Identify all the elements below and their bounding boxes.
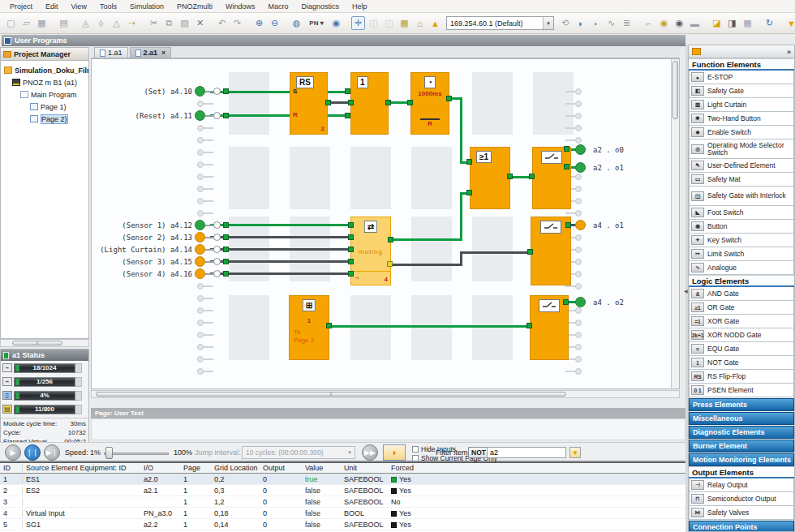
menu-tools[interactable]: Tools [93,2,123,11]
input-terminal[interactable] [195,256,205,267]
chevron-down-icon[interactable]: ▾ [543,17,553,29]
group-header-function-elements[interactable]: Function Elements [689,58,794,71]
group-header-logic-elements[interactable]: Logic Elements [689,275,794,287]
copy-icon[interactable]: ⧉ [162,16,176,30]
undo-icon[interactable]: ↶ [215,16,229,30]
table-row[interactable]: 1ES1a2.010,20trueSAFEBOOLYes [0,474,685,485]
table-row[interactable]: 4Virtual InputPN_a3.010,180falseBOOLYes [0,508,685,519]
cut-icon[interactable]: ✂ [147,16,161,30]
palette-item-safety-gate[interactable]: ◧Safety Gate [689,84,794,98]
stop-icon[interactable]: ▪ [589,16,603,30]
speed-slider-thumb[interactable] [105,447,113,459]
column-header-grid-location[interactable]: Grid Location [211,464,260,472]
palette-item-user-defined-element[interactable]: ✎User-Defined Element [689,159,794,173]
palette-item-estop[interactable]: ●E-STOP [689,71,794,84]
menu-pnozmulti[interactable]: PNOZmulti [170,2,219,11]
check-project-icon[interactable]: ◬ [79,16,92,30]
muting-block[interactable]: ⇄ muting ⌐ 4 [350,217,391,285]
tree-item-main-program[interactable]: Main Program [2,88,88,101]
step-button[interactable]: ▶❘ [44,444,60,461]
new-icon[interactable]: ▢ [4,16,18,30]
or-gate-block[interactable]: ≥1 [470,147,510,209]
diag-icon-1[interactable]: ◉ [657,16,671,30]
group-header-burner-element[interactable]: Burner Element [689,440,794,453]
palette-item-rs-flip-flop[interactable]: RSRS Flip-Flop [689,370,794,384]
save-icon[interactable]: ▦ [35,16,49,30]
to-page-2-block[interactable]: ⊞ 1 ToPage 2 [289,295,329,360]
zoom-in-icon[interactable]: ⊕ [252,16,266,30]
paste-icon[interactable]: ▨ [178,16,191,30]
palette-item-xor-nodd-gate[interactable]: 2k+1XOR NODD Gate [689,328,794,342]
crosshair-icon[interactable]: ✛ [351,16,365,30]
tab-page-1a1[interactable]: 1.a1 [94,47,128,58]
output-block-a4o2[interactable] [530,295,569,360]
signal-icon[interactable]: ∿ [604,16,618,30]
ghost-icon-1[interactable]: ◫ [367,16,380,30]
input-terminal[interactable] [195,110,205,121]
tab-project-manager[interactable]: Project Manager [1,48,88,61]
not-gate-block[interactable]: 1 [350,72,389,135]
show-current-page-checkbox[interactable] [412,455,419,461]
palette-item-safety-valves[interactable]: ⋈Safety Valves [689,506,794,520]
palette-item-relay-output[interactable]: ⊣Relay Output [689,478,794,492]
column-header-unit[interactable]: Unit [341,464,388,472]
palette-item-analogue[interactable]: ∿Analogue [689,261,794,275]
group-header-diagnostic-elements[interactable]: Diagnostic Elements [689,426,794,439]
start-icon[interactable]: ◗ [574,16,587,30]
menu-simulation[interactable]: Simulation [123,2,170,11]
project-panel-hscrollbar[interactable]: II [0,339,89,347]
group-header-miscellaneous[interactable]: Miscellaneous [689,412,794,425]
filter-funnel-button[interactable]: ▼ [569,447,581,458]
output-terminal[interactable] [575,144,586,155]
zoom-out-icon[interactable]: ⊖ [268,16,281,30]
tab-page-2a1[interactable]: 2.a1 × [130,47,172,58]
menu-macro[interactable]: Macro [261,2,294,11]
palette-item-and-gate[interactable]: &AND Gate [689,287,794,301]
palette-item-safety-mat[interactable]: ▭Safety Mat [689,173,794,187]
module-icon-2[interactable]: ⌂ [413,16,427,30]
palette-item-safety-gate-with-interlock[interactable]: ◫Safety Gate with Interlock [689,187,794,206]
tree-item-page-2[interactable]: Page 2) [2,113,88,125]
collapse-panel-icon[interactable]: » [787,48,791,56]
column-header-output[interactable]: Output [260,464,302,472]
sim-icon-3[interactable]: ▦ [741,16,754,30]
palette-item-limit-switch[interactable]: ↦Limit Switch [689,247,794,261]
hide-inputs-checkbox[interactable] [412,446,419,453]
ip-address-combo[interactable]: ▾ [446,16,554,30]
menu-windows[interactable]: Windows [219,2,262,11]
palette-item-or-gate[interactable]: ≥1OR Gate [689,301,794,315]
upload-icon[interactable]: △ [110,16,123,30]
rs-flipflop-block[interactable]: RS S R 2 [290,72,328,135]
timer-block[interactable]: ◔ 1000ms R [410,72,449,135]
manual-operation-button[interactable]: ◗ [383,444,406,461]
pn-view-dropdown[interactable]: PN ▾ [305,16,328,30]
tree-item-device[interactable]: PNOZ m B1 (a1) [2,76,88,88]
palette-item-foot-switch[interactable]: ◣Foot Switch [689,206,794,220]
palette-item-xor-gate[interactable]: =1XOR Gate [689,315,794,328]
group-header-connection-points[interactable]: Connection Points [689,521,794,532]
canvas[interactable]: RS S R 2 1 ◔ 1000ms R ≥1 ⇄ muting ⌐ 4 [91,58,680,389]
chip-icon[interactable]: ▬ [688,16,702,30]
steps-icon[interactable]: ≣ [620,16,634,30]
page-user-text-area[interactable] [91,418,685,440]
open-icon[interactable]: ▱ [19,16,33,30]
palette-item-equ-gate[interactable]: =EQU Gate [689,342,794,356]
pause-button[interactable]: ❘❘ [24,444,41,461]
output-terminal[interactable] [575,297,586,307]
column-header-id[interactable]: ID [0,464,23,472]
output-block-a2[interactable] [532,147,571,209]
group-header-output-elements[interactable]: Output Elements [689,466,794,478]
transfer-icon[interactable]: ➝ [125,16,139,30]
print-icon[interactable]: ▤ [57,16,71,30]
lock-icon[interactable]: ⌐ [642,16,655,30]
rotate-icon[interactable]: ◉ [329,16,343,30]
output-terminal[interactable] [575,162,586,173]
menu-help[interactable]: Help [346,2,374,11]
jump-interval-select[interactable]: 10 cycles: (00:00:00.300)▾ [242,446,355,459]
input-terminal[interactable] [195,86,205,97]
canvas-hscrollbar[interactable]: II [91,390,680,398]
jump-forward-button[interactable]: ▶▶ [362,444,378,461]
input-terminal[interactable] [195,244,205,255]
palette-item-psen-element[interactable]: 0 1PSEN Element [689,384,794,397]
input-terminal[interactable] [195,232,205,242]
